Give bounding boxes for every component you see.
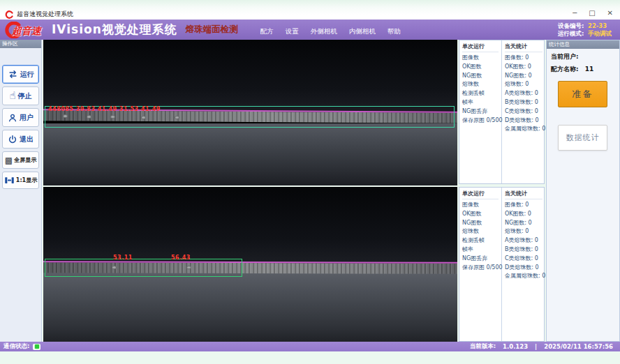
- viewport-background: [43, 273, 457, 342]
- measurement-annotation: 56.43: [171, 255, 191, 261]
- stop-button[interactable]: ☝ 停止: [2, 86, 39, 105]
- stop-label: 停止: [18, 91, 32, 101]
- daily-stats-header: 当天统计: [505, 190, 542, 199]
- current-user-label: 当前用户:: [551, 53, 579, 60]
- stat-row: NG图数: 0: [505, 72, 545, 81]
- version-value: 1.0.123: [503, 343, 528, 350]
- stat-row: 帧率: [462, 245, 501, 255]
- stat-row: 金属屑熔珠数: 0: [505, 272, 545, 281]
- stat-row: NG图丢弃: [462, 255, 501, 264]
- stat-row: 图像数: 0: [505, 201, 545, 210]
- stat-row: A类熔珠数: 0: [505, 236, 545, 245]
- run-mode-value: 手动调试: [588, 30, 612, 37]
- stat-row: C类熔珠数: 0: [505, 255, 545, 264]
- stats-panel-bottom: 单次运行 图像数OK图数NG图数熔珠数检测丢帧帧率NG图丢弃保存原图 0/500…: [459, 187, 545, 342]
- camera-viewport-top: 448085 39.83 41.49 31.53 41.49: [43, 40, 457, 185]
- info-panel-header: 统计信息: [547, 40, 619, 49]
- window-title: 超音速视觉处理系统: [17, 10, 73, 19]
- stat-row: A类熔珠数: 0: [505, 89, 545, 98]
- roi-rectangle: [45, 259, 242, 277]
- menu-item[interactable]: 设置: [286, 27, 299, 36]
- user-button[interactable]: 用户: [2, 108, 39, 127]
- stat-row: 图像数: 0: [505, 54, 545, 63]
- run-mode-label: 运行模式:: [558, 30, 584, 37]
- statusbar: 通信状态: 当前版本: 1.0.123 | 2025/02/11 16:57:5…: [0, 342, 620, 351]
- app-window: 超音速视觉处理系统 ─ □ ✕ 超音速 IVision视觉处理系统 熔珠端面检测…: [0, 0, 620, 364]
- version-label: 当前版本:: [470, 342, 496, 351]
- menu-item[interactable]: 配方: [260, 27, 274, 36]
- app-subtitle: 熔珠端面检测: [186, 24, 238, 36]
- fullscreen-label: 全屏显示: [14, 156, 36, 164]
- app-header: 超音速 IVision视觉处理系统 熔珠端面检测 配方设置外侧相机内侧相机帮助 …: [0, 20, 620, 40]
- maximize-icon[interactable]: □: [589, 9, 595, 17]
- brand-logo: 超音速: [3, 20, 45, 40]
- app-title: IVision视觉处理系统: [52, 22, 177, 38]
- stat-row: 熔珠数: 0: [505, 227, 545, 236]
- one-to-one-label: 1:1显示: [16, 176, 37, 184]
- stat-row: D类熔珠数: 0: [505, 116, 545, 126]
- run-icon: [8, 70, 18, 79]
- stat-row: 熔珠数: [462, 227, 501, 236]
- stat-row: C类熔珠数: 0: [505, 107, 545, 116]
- stat-row: OK图数: 0: [505, 210, 545, 219]
- prepare-button[interactable]: 准备: [558, 81, 607, 107]
- stats-panel-top: 单次运行 图像数OK图数NG图数熔珠数检测丢帧帧率NG图丢弃保存原图 0/500…: [459, 40, 545, 184]
- stat-row: B类熔珠数: 0: [505, 98, 545, 107]
- stat-row: 熔珠数: 0: [505, 80, 545, 89]
- stat-row: 熔珠数: [462, 80, 501, 89]
- stat-row: 保存原图 0/500: [462, 264, 501, 273]
- stat-row: NG图丢弃: [462, 107, 501, 116]
- stat-row: NG图数: [462, 72, 501, 81]
- info-panel: 统计信息 当前用户: 配方名称: 11 准备 数据统计: [546, 40, 620, 342]
- user-label: 用户: [20, 113, 34, 123]
- device-info: 设备编号: 22-33 运行模式: 手动调试: [558, 22, 612, 38]
- menu-item[interactable]: 内侧相机: [349, 27, 376, 36]
- measurement-annotation: 448085 39.83 41.49 31.53 41.49: [48, 106, 161, 112]
- fullscreen-icon: ▩: [5, 156, 13, 165]
- stat-row: 检测丢帧: [462, 236, 501, 245]
- minimize-icon[interactable]: ─: [573, 9, 577, 17]
- viewport-background: [43, 40, 457, 111]
- data-statistics-button[interactable]: 数据统计: [558, 125, 607, 151]
- measurement-annotation: 53.11: [113, 255, 133, 261]
- sidebar-header: 操作区: [0, 40, 41, 48]
- fullscreen-button[interactable]: ▩ 全屏显示: [2, 151, 39, 169]
- stat-row: 金属屑熔珠数: 0: [505, 125, 545, 134]
- daily-stats-header: 当天统计: [505, 43, 542, 52]
- stat-row: 保存原图 0/500: [462, 116, 501, 126]
- recipe-name-value: 11: [585, 66, 594, 73]
- comm-status-label: 通信状态:: [3, 342, 29, 351]
- viewport-background: [43, 123, 457, 185]
- exit-label: 退出: [20, 135, 34, 144]
- stat-row: OK图数: 0: [505, 63, 545, 72]
- bottom-margin: [0, 351, 620, 364]
- run-label: 运行: [20, 70, 34, 79]
- viewport-background: [43, 187, 457, 262]
- exit-button[interactable]: 退出: [2, 130, 39, 149]
- stat-row: 图像数: [462, 54, 501, 63]
- user-icon: [8, 113, 17, 123]
- run-button[interactable]: 运行: [2, 65, 39, 84]
- stat-row: OK图数: [462, 210, 501, 219]
- titlebar: 超音速视觉处理系统 ─ □ ✕: [0, 0, 620, 21]
- device-number-value: 22-33: [588, 22, 607, 29]
- brand-name: 超音速: [12, 25, 41, 38]
- one-to-one-icon: [4, 176, 15, 185]
- menu-item[interactable]: 帮助: [388, 27, 401, 36]
- app-logo-icon: [5, 10, 13, 19]
- menu-item[interactable]: 外侧相机: [311, 27, 337, 36]
- green-led-icon: [35, 344, 39, 349]
- device-number-label: 设备编号:: [558, 22, 584, 29]
- power-icon: [8, 135, 17, 144]
- camera-viewport-bottom: 53.11 56.43: [43, 187, 457, 342]
- stat-row: 检测丢帧: [462, 89, 501, 98]
- stat-row: 图像数: [462, 201, 501, 210]
- close-icon[interactable]: ✕: [607, 9, 613, 17]
- single-run-header: 单次运行: [462, 190, 499, 199]
- stat-row: NG图数: 0: [505, 219, 545, 228]
- comm-status-indicator: [33, 344, 40, 350]
- stat-row: B类熔珠数: 0: [505, 245, 545, 255]
- main-menu: 配方设置外侧相机内侧相机帮助: [260, 27, 401, 40]
- one-to-one-button[interactable]: 1:1显示: [2, 172, 39, 189]
- stat-row: 帧率: [462, 98, 501, 107]
